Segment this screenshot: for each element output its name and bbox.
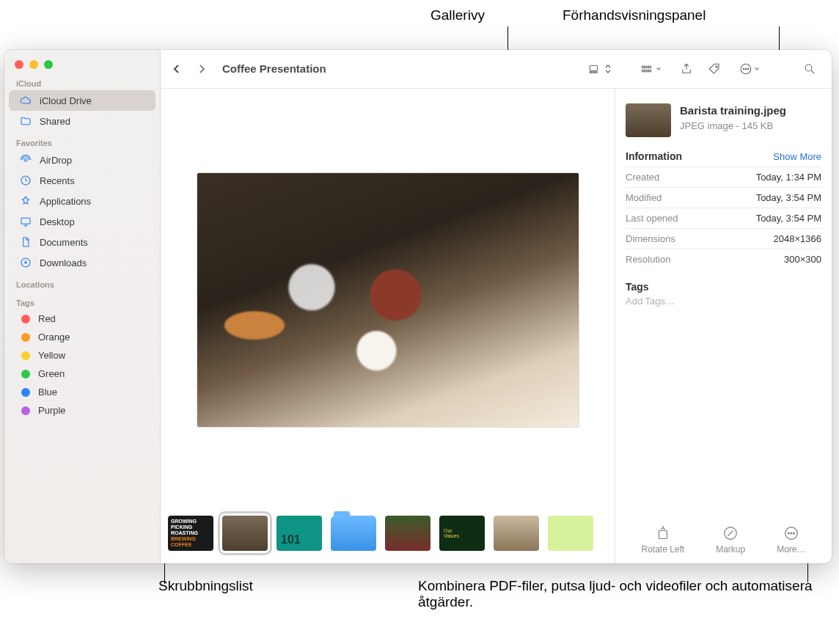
thumb-text: PICKING [171, 524, 210, 530]
sidebar-item-label: Blue [38, 387, 57, 398]
svg-rect-13 [649, 70, 651, 71]
thumbnail-item[interactable] [494, 516, 539, 551]
sidebar-item-applications[interactable]: Applications [9, 191, 155, 211]
svg-rect-11 [642, 70, 645, 71]
thumb-text: BREWING [171, 536, 210, 542]
add-tags-field[interactable]: Add Tags… [626, 296, 821, 307]
sidebar-section-favorites: Favorites [4, 131, 160, 150]
sidebar-item-label: Purple [38, 405, 66, 416]
sidebar-item-label: Red [38, 313, 56, 324]
sidebar-item-label: Downloads [40, 257, 87, 268]
sidebar-item-documents[interactable]: Documents [9, 232, 155, 252]
sidebar: iCloud iCloud Drive Shared Favorites Air… [4, 50, 161, 563]
close-window-button[interactable] [15, 60, 23, 69]
group-by-button[interactable] [631, 59, 672, 79]
sidebar-tag-yellow[interactable]: Yellow [9, 346, 155, 365]
forward-button[interactable] [191, 59, 212, 79]
main-area: Coffee Presentation [161, 50, 832, 563]
markup-button[interactable]: Markup [716, 525, 745, 555]
sidebar-item-label: iCloud Drive [40, 95, 92, 106]
sidebar-item-label: Green [38, 368, 65, 379]
preview-stage [161, 89, 615, 511]
preview-image[interactable] [197, 172, 579, 428]
sidebar-tag-green[interactable]: Green [9, 365, 155, 383]
info-row-dimensions: Dimensions 2048×1366 [626, 228, 821, 249]
thumbnail-item[interactable]: Our Values [439, 516, 485, 551]
callout-more-actions: Kombinera PDF-filer, putsa ljud- och vid… [418, 578, 814, 610]
svg-rect-5 [590, 71, 591, 73]
tags-button[interactable] [701, 59, 728, 79]
gallery-view: GROWING PICKING ROASTING BREWING COFFEE … [161, 88, 615, 563]
sidebar-item-shared[interactable]: Shared [9, 111, 155, 131]
sidebar-item-label: Desktop [40, 216, 75, 227]
info-key: Created [626, 172, 659, 183]
info-value: 300×300 [784, 254, 821, 265]
preview-panel-thumb [626, 103, 671, 137]
svg-rect-2 [21, 218, 30, 224]
sidebar-tag-orange[interactable]: Orange [9, 328, 155, 346]
sidebar-item-recents[interactable]: Recents [9, 170, 155, 191]
desktop-icon [19, 215, 32, 228]
thumbnail-item[interactable]: 101 [276, 516, 322, 551]
tag-dot-icon [21, 333, 30, 342]
sidebar-tag-red[interactable]: Red [9, 310, 155, 328]
thumbnail-item-folder[interactable] [331, 516, 376, 551]
toolbar: Coffee Presentation [161, 50, 832, 88]
tag-dot-icon [21, 406, 30, 415]
search-button[interactable] [796, 59, 823, 79]
callout-preview-panel: Förhandsvisningspanel [563, 7, 706, 23]
preview-filename: Barista training.jpeg [680, 103, 786, 118]
svg-rect-12 [645, 70, 648, 71]
minimize-window-button[interactable] [29, 60, 38, 69]
more-button[interactable]: More… [777, 525, 805, 555]
more-actions-button[interactable] [729, 59, 770, 79]
sidebar-section-locations: Locations [4, 273, 160, 291]
tag-dot-icon [21, 370, 30, 378]
svg-point-23 [788, 533, 789, 534]
fullscreen-window-button[interactable] [44, 60, 53, 69]
show-more-link[interactable]: Show More [773, 151, 821, 162]
rotate-left-button[interactable]: Rotate Left [641, 525, 684, 555]
info-key: Resolution [626, 254, 670, 265]
thumbnail-item[interactable] [548, 516, 593, 551]
sidebar-item-label: Orange [38, 332, 70, 343]
sidebar-item-label: Yellow [38, 350, 65, 361]
info-key: Modified [626, 192, 662, 203]
thumbnail-item[interactable]: GROWING PICKING ROASTING BREWING COFFEE [168, 516, 213, 551]
thumbnail-strip[interactable]: GROWING PICKING ROASTING BREWING COFFEE … [161, 511, 615, 563]
sidebar-item-label: Recents [40, 175, 75, 186]
sidebar-section-icloud: iCloud [4, 72, 160, 90]
action-label: Rotate Left [641, 544, 684, 555]
download-icon [19, 256, 32, 269]
info-row-created: Created Today, 1:34 PM [626, 167, 821, 187]
view-mode-gallery-button[interactable] [579, 59, 620, 79]
sidebar-item-desktop[interactable]: Desktop [9, 211, 155, 232]
thumbnail-item-selected[interactable] [222, 516, 268, 551]
svg-point-0 [24, 158, 27, 161]
airdrop-icon [19, 153, 32, 167]
sidebar-item-downloads[interactable]: Downloads [9, 252, 155, 273]
svg-rect-9 [645, 66, 648, 67]
share-button[interactable] [673, 59, 700, 79]
info-value: Today, 1:34 PM [756, 172, 821, 183]
tag-dot-icon [21, 351, 30, 360]
window-title: Coffee Presentation [222, 62, 326, 75]
callout-gallery-view: Gallerivy [431, 7, 485, 23]
preview-subtitle: JPEG image - 145 KB [680, 120, 786, 131]
sidebar-item-label: Applications [40, 196, 91, 207]
sidebar-tag-blue[interactable]: Blue [9, 383, 155, 401]
sidebar-item-airdrop[interactable]: AirDrop [9, 150, 155, 170]
svg-rect-10 [649, 66, 651, 67]
info-key: Last opened [626, 213, 678, 224]
svg-rect-20 [659, 530, 667, 538]
info-value: Today, 3:54 PM [756, 213, 821, 224]
back-button[interactable] [166, 59, 187, 79]
info-section-title: Information [626, 150, 682, 162]
sidebar-tag-purple[interactable]: Purple [9, 401, 155, 420]
traffic-lights [4, 54, 160, 72]
thumbnail-item[interactable] [385, 516, 431, 551]
svg-rect-4 [590, 65, 598, 70]
info-row-last-opened: Last opened Today, 3:54 PM [626, 208, 821, 228]
sidebar-section-tags: Tags [4, 291, 160, 310]
sidebar-item-icloud-drive[interactable]: iCloud Drive [9, 90, 155, 111]
